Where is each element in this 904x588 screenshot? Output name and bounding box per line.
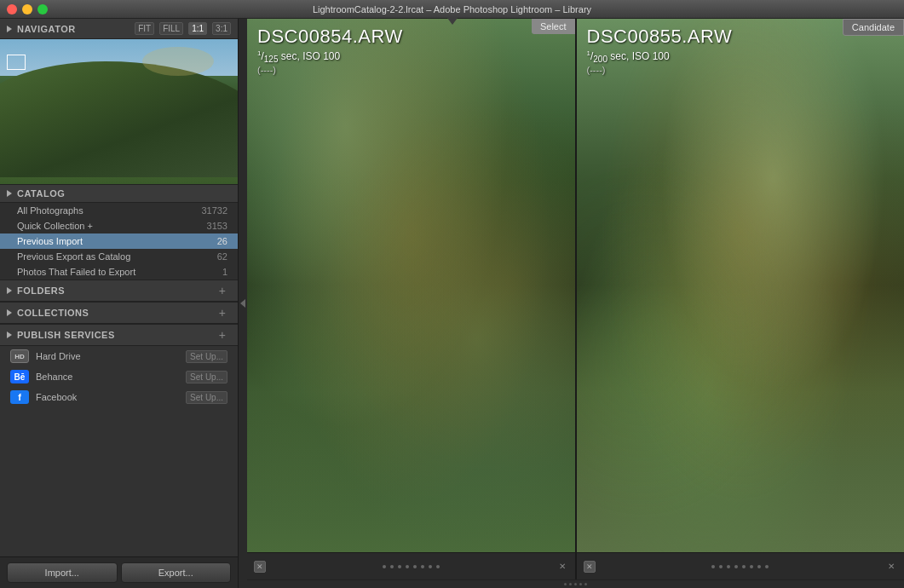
catalog-item-name: Photos That Failed to Export [17, 267, 222, 277]
catalog-header[interactable]: Catalog [0, 185, 238, 203]
filmstrip-right-close[interactable]: ✕ [584, 561, 596, 573]
select-badge: Select [532, 19, 575, 34]
behance-setup-button[interactable]: Set Up... [186, 371, 227, 383]
sidebar-collapse-handle[interactable] [239, 19, 247, 588]
navigator-preview [0, 39, 238, 184]
candidate-photo-meta: 1/200 sec, ISO 100 [587, 49, 733, 64]
candidate-photo-label: DSC00855.ARW 1/200 sec, ISO 100 (----) [587, 26, 733, 75]
maximize-button[interactable] [37, 4, 48, 14]
nav-fill-button[interactable]: FILL [159, 22, 183, 35]
navigator-label: Navigator [17, 24, 135, 34]
select-photo-meta: 1/125 sec, ISO 100 [257, 49, 403, 64]
catalog-item-name: Quick Collection + [17, 221, 207, 231]
navigator-scene [0, 39, 238, 184]
publish-item-name: Behance [36, 372, 179, 382]
window-controls[interactable] [7, 4, 48, 14]
facebook-setup-button[interactable]: Set Up... [186, 391, 227, 404]
film-dot [750, 565, 753, 568]
collections-add-button[interactable]: + [214, 306, 231, 320]
catalog-item-name: Previous Export as Catalog [17, 251, 217, 262]
filmstrip-left-close[interactable]: ✕ [254, 561, 266, 573]
publish-item-facebook[interactable]: f Facebook Set Up... [0, 387, 238, 407]
navigator-header[interactable]: Navigator FIT FILL 1:1 3:1 [0, 19, 238, 39]
main-layout: Navigator FIT FILL 1:1 3:1 [0, 19, 904, 588]
film-dot [429, 565, 432, 568]
select-photo-panel: DSC00854.ARW 1/125 sec, ISO 100 (----) S… [247, 19, 577, 552]
resize-dot [579, 583, 582, 585]
catalog-item-count: 62 [217, 251, 227, 262]
navigator-controls: FIT FILL 1:1 3:1 [135, 22, 231, 35]
folders-header[interactable]: Folders + [0, 280, 238, 302]
sidebar-bottom: Import... Export... [0, 556, 238, 588]
film-dot [398, 565, 401, 568]
navigator-collapse-arrow [7, 26, 12, 32]
select-photo-dash: (----) [257, 65, 403, 75]
titlebar: LightroomCatalog-2-2.lrcat – Adobe Photo… [0, 0, 904, 19]
folders-label: Folders [17, 285, 214, 296]
catalog-item-count: 1 [222, 267, 227, 277]
collections-header[interactable]: Collections + [0, 303, 238, 324]
bottom-resize-handle[interactable] [247, 579, 904, 588]
catalog-item-previous-import[interactable]: Previous Import 26 [0, 233, 238, 249]
candidate-badge: Candidate [843, 19, 904, 36]
catalog-item-all-photos[interactable]: All Photographs 31732 [0, 203, 238, 218]
catalog-item-quick-collection[interactable]: Quick Collection + 3153 [0, 218, 238, 233]
resize-dot [574, 583, 577, 585]
catalog-item-count: 3153 [207, 221, 227, 231]
nav-highlight [142, 47, 214, 76]
facebook-icon: f [10, 390, 29, 404]
filmstrip-right-dots [599, 565, 883, 568]
film-dot [765, 565, 769, 568]
publish-item-hard-drive[interactable]: HD Hard Drive Set Up... [0, 346, 238, 366]
select-photo-label: DSC00854.ARW 1/125 sec, ISO 100 (----) [257, 26, 403, 75]
publish-services-label: Publish Services [17, 330, 214, 340]
export-button[interactable]: Export... [121, 562, 232, 583]
import-button[interactable]: Import... [7, 562, 118, 583]
film-dot [406, 565, 409, 568]
collections-panel: Collections + [0, 303, 238, 325]
behance-icon: Bē [10, 370, 29, 383]
catalog-panel: Catalog All Photographs 31732 Quick Coll… [0, 185, 238, 280]
select-photo-filename: DSC00854.ARW [257, 26, 403, 48]
catalog-item-previous-export[interactable]: Previous Export as Catalog 62 [0, 249, 238, 264]
resize-dot [564, 583, 567, 585]
film-dot [711, 565, 715, 568]
catalog-collapse-arrow [7, 190, 12, 197]
publish-services-header[interactable]: Publish Services + [0, 325, 238, 346]
folders-add-button[interactable]: + [214, 284, 231, 297]
catalog-label: Catalog [17, 188, 231, 199]
catalog-item-failed-export[interactable]: Photos That Failed to Export 1 [0, 264, 238, 280]
shutter-num-right: 1 [587, 49, 590, 57]
candidate-photo-bg [577, 19, 905, 552]
foliage-overlay-left [247, 19, 575, 552]
film-dot [413, 565, 417, 568]
film-dot [727, 565, 730, 568]
nav-1-1-button[interactable]: 1:1 [188, 22, 207, 35]
nav-3-1-button[interactable]: 3:1 [212, 22, 231, 35]
publish-item-name: Hard Drive [36, 351, 179, 361]
minimize-button[interactable] [22, 4, 32, 14]
publish-item-name: Facebook [36, 392, 179, 402]
filmstrip-left-dots [269, 565, 553, 568]
navigator-panel: Navigator FIT FILL 1:1 3:1 [0, 19, 238, 185]
close-button[interactable] [7, 4, 17, 14]
shutter-num: 1 [257, 49, 261, 57]
catalog-item-name: Previous Import [17, 236, 217, 246]
catalog-item-count: 31732 [201, 205, 227, 216]
filmstrip-right-x[interactable]: ✕ [885, 561, 897, 573]
filmstrip-panel-left: ✕ ✕ [247, 553, 575, 579]
film-dot [742, 565, 746, 568]
publish-services-add-button[interactable]: + [214, 328, 231, 342]
hard-drive-setup-button[interactable]: Set Up... [186, 350, 227, 363]
film-dot [436, 565, 440, 568]
navigator-zoom-box [7, 55, 26, 70]
catalog-item-name: All Photographs [17, 205, 201, 216]
film-dot [383, 565, 386, 568]
nav-fit-button[interactable]: FIT [135, 22, 154, 35]
foliage-overlay-right [577, 19, 905, 552]
compare-area: DSC00854.ARW 1/125 sec, ISO 100 (----) S… [247, 19, 904, 552]
filmstrip-left-x[interactable]: ✕ [556, 561, 568, 573]
film-dot [734, 565, 738, 568]
candidate-photo-dash: (----) [587, 65, 733, 75]
publish-item-behance[interactable]: Bē Behance Set Up... [0, 366, 238, 387]
